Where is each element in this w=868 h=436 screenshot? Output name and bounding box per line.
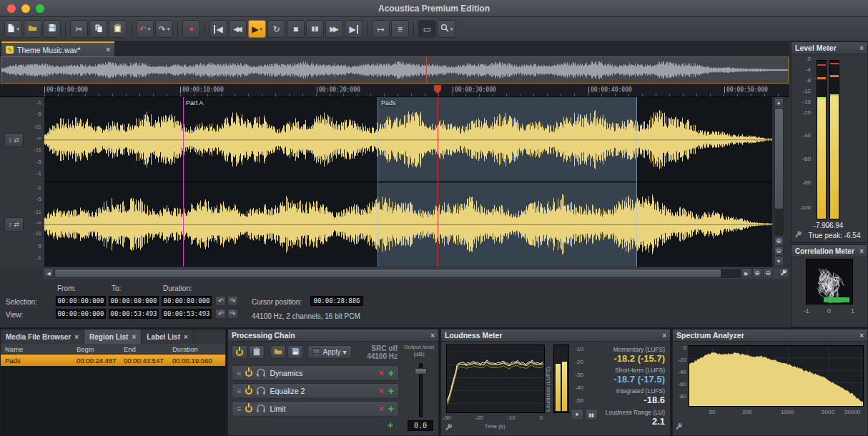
channel2-controls[interactable]: ↕ ⇄	[4, 217, 24, 232]
power-icon[interactable]	[245, 370, 252, 377]
power-icon[interactable]	[245, 405, 252, 412]
cut-button[interactable]: ✂	[70, 20, 88, 38]
region-row-pads[interactable]: Pads 00:00:24:487 00:00:43:547 00:00:19:…	[1, 355, 225, 366]
chain-apply-button[interactable]: Apply ▾	[307, 345, 352, 359]
remove-effect-button[interactable]: ×	[379, 404, 384, 414]
swap-channels-icon[interactable]: ⇄	[14, 137, 19, 144]
drag-handle-icon[interactable]: ≡	[237, 387, 241, 395]
column-begin[interactable]: Begin	[77, 345, 94, 353]
main-waveform-canvas[interactable]	[44, 97, 772, 267]
record-button[interactable]: ●	[182, 20, 200, 38]
remove-effect-button[interactable]: ×	[379, 368, 384, 378]
append-effect-button[interactable]: +	[382, 419, 399, 432]
track-list-tool-button[interactable]: ≡	[391, 20, 409, 38]
output-level-thumb[interactable]	[415, 368, 427, 375]
pause-button[interactable]: ▮▮	[306, 20, 324, 38]
view-duration-field[interactable]: 00:00:53:493	[162, 309, 212, 319]
loudness-settings-button[interactable]	[445, 424, 453, 432]
drag-handle-icon[interactable]: ≡	[237, 405, 241, 413]
chain-paste-button[interactable]	[249, 345, 265, 359]
tab-region-list[interactable]: Region List×	[84, 330, 142, 344]
horizontal-scroll-track[interactable]	[54, 269, 741, 278]
add-effect-button[interactable]: +	[388, 367, 394, 379]
chain-item-limit[interactable]: ≡ Limit × +	[232, 401, 399, 417]
scroll-down-button[interactable]: ▼	[774, 257, 784, 266]
spectrum-settings-button[interactable]	[675, 423, 683, 431]
zoom-out-vertical-button[interactable]: ⊖	[774, 247, 784, 256]
output-level-value[interactable]: 0.0	[408, 420, 433, 431]
overview-waveform[interactable]	[1, 56, 789, 84]
panel-close-button[interactable]: ×	[430, 332, 435, 340]
tab-close-button[interactable]: ×	[132, 333, 136, 341]
view-undo-button[interactable]: ↶	[215, 309, 226, 319]
resize-icon[interactable]: ↕	[9, 137, 12, 144]
zoom-in-button[interactable]: ⊕	[752, 268, 762, 278]
document-tab[interactable]: ∿ Theme Music.wav* ×	[1, 41, 114, 56]
region-start-line[interactable]	[378, 97, 378, 267]
horizontal-scroll-thumb[interactable]	[55, 269, 721, 277]
power-icon[interactable]	[245, 387, 252, 395]
add-effect-button[interactable]: +	[388, 385, 394, 397]
playback-cursor-tool-button[interactable]: ↦	[372, 20, 390, 38]
tab-media-file-browser[interactable]: Media File Browser×	[1, 330, 84, 344]
chain-open-button[interactable]	[270, 345, 286, 359]
panel-close-button[interactable]: ×	[859, 247, 864, 255]
time-ruler[interactable]: 00:00:00:000 00:00:10:000 00:00:20:000 0…	[0, 84, 789, 97]
panel-close-button[interactable]: ×	[859, 332, 864, 340]
column-name[interactable]: Name	[5, 345, 23, 353]
chain-item-equalize[interactable]: ≡ Equalize 2 × +	[232, 383, 399, 399]
headphones-icon[interactable]	[257, 405, 265, 414]
region-list-column-header[interactable]: Name Begin End Duration	[1, 344, 225, 355]
loop-playback-button[interactable]: ↻	[267, 20, 285, 38]
go-to-start-button[interactable]: ◀	[209, 20, 227, 38]
zoom-out-button[interactable]: ⊖	[763, 268, 773, 278]
tab-close-button[interactable]: ×	[74, 333, 79, 341]
chain-save-button[interactable]	[287, 345, 303, 359]
remove-effect-button[interactable]: ×	[379, 386, 384, 396]
marker-line-part-a[interactable]	[183, 97, 184, 267]
chain-power-button[interactable]	[232, 345, 247, 359]
selection-tool-button[interactable]: ▭	[418, 20, 436, 38]
view-redo-button[interactable]: ↷	[227, 309, 238, 319]
redo-button[interactable]: ↷▾	[155, 20, 173, 38]
swap-channels-icon[interactable]: ⇄	[14, 222, 19, 228]
column-duration[interactable]: Duration	[172, 345, 198, 353]
scroll-right-button[interactable]: ▶	[741, 268, 751, 278]
panel-close-button[interactable]: ×	[662, 332, 666, 340]
drag-handle-icon[interactable]: ≡	[237, 370, 241, 377]
stop-button[interactable]: ■	[287, 20, 305, 38]
selection-duration-field[interactable]: 00:00:00:000	[162, 296, 212, 306]
vertical-scrollbar[interactable]: ▲ ⊕ ⊖ ▼	[773, 97, 784, 267]
playhead-marker[interactable]	[434, 85, 441, 94]
overview-waveform-canvas[interactable]	[1, 57, 788, 83]
column-end[interactable]: End	[124, 345, 136, 353]
level-meter-settings-button[interactable]	[794, 231, 802, 239]
headphones-icon[interactable]	[257, 369, 265, 378]
add-effect-button[interactable]: +	[388, 403, 394, 415]
region-list-body[interactable]: Pads 00:00:24:487 00:00:43:547 00:00:19:…	[1, 355, 225, 435]
tab-label-list[interactable]: Label List×	[142, 330, 194, 344]
rewind-button[interactable]: ◀◀	[229, 20, 247, 38]
go-to-end-button[interactable]: ▶	[345, 20, 363, 38]
view-from-field[interactable]: 00:00:00:000	[56, 309, 106, 319]
view-settings-button[interactable]	[779, 268, 789, 278]
open-file-button[interactable]	[24, 20, 41, 38]
selection-undo-button[interactable]: ↶	[215, 296, 226, 306]
panel-close-button[interactable]: ×	[859, 44, 864, 52]
vertical-scroll-track[interactable]	[774, 108, 784, 236]
channel1-controls[interactable]: ↕ ⇄	[4, 133, 24, 147]
vertical-scroll-thumb[interactable]	[775, 109, 783, 209]
new-file-button[interactable]: ▾	[4, 20, 22, 38]
play-button[interactable]: ▶▾	[248, 20, 266, 38]
scroll-left-button[interactable]: ◀	[44, 268, 54, 278]
selection-from-field[interactable]: 00:00:00:000	[56, 296, 106, 306]
view-to-field[interactable]: 00:00:53:493	[109, 309, 159, 319]
scroll-up-button[interactable]: ▲	[774, 98, 784, 107]
undo-button[interactable]: ↶▾	[136, 20, 154, 38]
paste-button[interactable]	[109, 20, 127, 38]
selection-redo-button[interactable]: ↷	[227, 296, 238, 306]
chain-item-dynamics[interactable]: ≡ Dynamics × +	[232, 365, 399, 381]
save-button[interactable]	[43, 20, 61, 38]
cursor-position-field[interactable]: 00:00:28:886	[310, 296, 363, 306]
tab-close-button[interactable]: ×	[106, 46, 110, 54]
